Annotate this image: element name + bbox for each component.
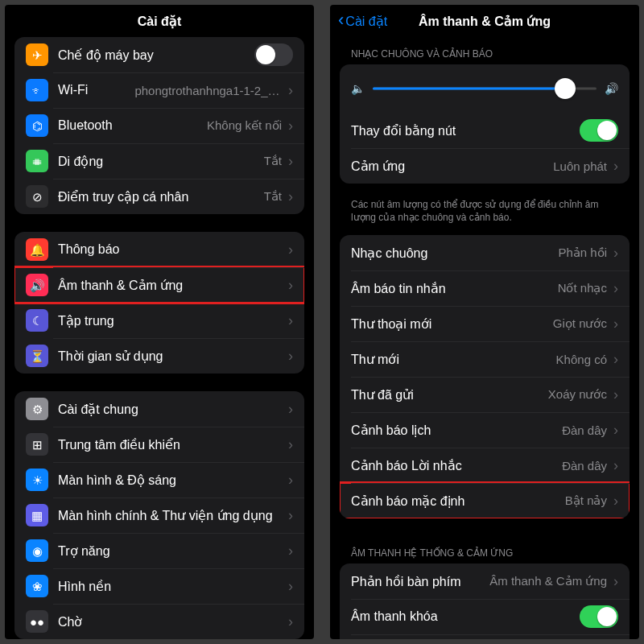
row-value: Không có <box>556 353 607 366</box>
chevron-left-icon: ‹ <box>338 11 344 29</box>
chevron-right-icon: › <box>288 188 293 205</box>
row-value: Đàn dây <box>562 459 607 473</box>
settings-row[interactable]: ●●Chờ› <box>14 604 304 639</box>
settings-row[interactable]: ⏳Thời gian sử dụng› <box>14 338 304 374</box>
settings-row[interactable]: ☾Tập trung› <box>14 303 304 338</box>
section-header: ÂM THANH HỆ THỐNG & CẢM ỨNG <box>340 536 630 564</box>
notifications-group: 🔔Thông báo›🔊Âm thanh & Cảm ứng›☾Tập trun… <box>14 232 304 374</box>
glyph-icon: ⌬ <box>32 120 43 132</box>
settings-row[interactable]: ❀Hình nền› <box>14 568 304 604</box>
row-icon: 🔊 <box>26 274 48 296</box>
settings-row[interactable]: ⩩Di độngTắt› <box>14 143 304 179</box>
settings-row[interactable]: 🔔Thông báo› <box>14 232 304 267</box>
row-icon: ●● <box>26 610 48 633</box>
settings-row[interactable]: ▦Màn hình chính & Thư viện ứng dụng› <box>14 497 304 533</box>
settings-row[interactable]: ◉Trợ năng› <box>14 533 304 568</box>
row-value: Nốt nhạc <box>558 281 607 295</box>
glyph-icon: 🔔 <box>30 244 45 256</box>
slider-fill <box>373 88 565 90</box>
glyph-icon: ᯤ <box>31 85 43 97</box>
row-label: Màn hình chính & Thư viện ứng dụng <box>58 508 273 523</box>
volume-slider-row: 🔈 🔊 <box>340 64 630 113</box>
settings-scroll[interactable]: ✈Chế độ máy bayᯤWi-Fiphongtrothanhnga1-1… <box>5 37 314 639</box>
glyph-icon: ●● <box>30 616 44 628</box>
settings-row[interactable]: Âm báo tin nhắnNốt nhạc› <box>340 270 630 306</box>
chevron-right-icon: › <box>288 348 293 365</box>
settings-row[interactable]: ᯤWi-Fiphongtrothanhnga1-1-2_5G› <box>14 72 304 108</box>
glyph-icon: ⩩ <box>31 155 43 167</box>
glyph-icon: 🔊 <box>30 279 45 291</box>
toggle-switch[interactable] <box>580 119 618 142</box>
settings-row[interactable]: Âm thanh khóa <box>340 599 630 634</box>
settings-row[interactable]: Thư mớiKhông có› <box>340 341 630 377</box>
row-icon: ☀ <box>26 469 48 491</box>
row-label: Cảm ứng <box>351 159 405 174</box>
settings-row[interactable]: 🔊Âm thanh & Cảm ứng› <box>14 267 304 303</box>
chevron-right-icon: › <box>288 242 293 258</box>
system-sounds-group: Phản hồi bàn phímÂm thanh & Cảm ứng›Âm t… <box>340 564 630 639</box>
back-button[interactable]: ‹ Cài đặt <box>338 12 387 30</box>
row-label: Nhạc chuông <box>351 246 427 261</box>
row-label: Thay đổi bằng nút <box>351 123 456 138</box>
settings-row[interactable]: ⚙Cài đặt chung› <box>14 391 304 427</box>
settings-row[interactable]: Nhạc chuôngPhản hồi› <box>340 235 630 270</box>
settings-screen: Cài đặt ✈Chế độ máy bayᯤWi-Fiphongtrotha… <box>5 5 314 639</box>
slider-thumb[interactable] <box>555 78 576 99</box>
row-value: Tắt <box>264 189 282 204</box>
toggle-knob <box>597 607 617 626</box>
toggle-switch[interactable] <box>254 43 293 66</box>
settings-row[interactable]: Cảnh báo lịchĐàn dây› <box>340 412 630 448</box>
row-value: Không kết nối <box>207 118 282 133</box>
row-value: Giọt nước <box>553 316 607 331</box>
glyph-icon: ◉ <box>32 545 43 557</box>
settings-row[interactable]: Thư đã gửiXoáy nước› <box>340 377 630 412</box>
settings-row[interactable]: ☀Màn hình & Độ sáng› <box>14 462 304 497</box>
chevron-right-icon: › <box>613 457 618 474</box>
toggle-switch[interactable] <box>580 605 618 628</box>
chevron-right-icon: › <box>613 245 618 262</box>
chevron-right-icon: › <box>613 158 618 175</box>
row-value: Luôn phát <box>553 159 607 173</box>
volume-slider[interactable] <box>373 77 597 100</box>
chevron-right-icon: › <box>288 613 293 630</box>
settings-row[interactable]: ✈Chế độ máy bay <box>14 37 304 72</box>
page-title: Âm thanh & Cảm ứng <box>419 14 551 29</box>
chevron-right-icon: › <box>288 312 293 329</box>
header: ‹ Cài đặt Âm thanh & Cảm ứng <box>330 5 639 37</box>
row-label: Hình nền <box>58 579 111 594</box>
row-label: Thư thoại mới <box>351 316 431 332</box>
settings-row[interactable]: Thay đổi bằng nút <box>340 113 630 148</box>
settings-row[interactable]: Thư thoại mớiGiọt nước› <box>340 306 630 341</box>
chevron-right-icon: › <box>613 280 618 297</box>
row-value: Bật nảy <box>565 493 607 508</box>
chevron-right-icon: › <box>288 277 293 294</box>
row-label: Cảnh báo lịch <box>351 423 431 438</box>
row-icon: ⚙ <box>26 398 48 420</box>
chevron-right-icon: › <box>288 543 293 559</box>
row-icon: ◉ <box>26 539 48 562</box>
chevron-right-icon: › <box>613 386 618 403</box>
row-value: Âm thanh & Cảm ứng <box>489 574 607 588</box>
row-icon: ᯤ <box>26 79 48 101</box>
sounds-scroll[interactable]: NHẠC CHUÔNG VÀ CẢNH BÁO 🔈 🔊 Thay đổi bằn… <box>330 37 639 639</box>
chevron-right-icon: › <box>288 578 293 595</box>
row-icon: ▦ <box>26 504 48 526</box>
settings-row[interactable]: ⌬BluetoothKhông kết nối› <box>14 108 304 143</box>
chevron-right-icon: › <box>288 436 293 453</box>
ringer-group: 🔈 🔊 Thay đổi bằng nútCảm ứngLuôn phát› <box>340 64 630 184</box>
settings-row[interactable]: Cảnh báo mặc địnhBật nảy› <box>340 483 630 518</box>
settings-row[interactable]: Cảnh báo Lời nhắcĐàn dây› <box>340 448 630 483</box>
section-footer: Các nút âm lượng có thể được sử dụng để … <box>340 192 630 235</box>
settings-row[interactable]: Phản hồi bàn phímÂm thanh & Cảm ứng› <box>340 564 630 599</box>
settings-row[interactable]: ⊞Trung tâm điều khiển› <box>14 427 304 462</box>
page-title: Cài đặt <box>138 14 181 29</box>
row-label: Di động <box>58 154 103 169</box>
row-icon: ⌬ <box>26 114 48 137</box>
row-label: Thời gian sử dụng <box>58 349 163 364</box>
row-label: Thông báo <box>58 242 120 257</box>
settings-row[interactable]: ⊘Điểm truy cập cá nhânTắt› <box>14 179 304 214</box>
settings-row[interactable]: Cảm ứng hệ thống <box>340 634 630 639</box>
settings-row[interactable]: Cảm ứngLuôn phát› <box>340 148 630 184</box>
sounds-screen: ‹ Cài đặt Âm thanh & Cảm ứng NHẠC CHUÔNG… <box>330 5 639 639</box>
row-icon: 🔔 <box>26 238 48 261</box>
